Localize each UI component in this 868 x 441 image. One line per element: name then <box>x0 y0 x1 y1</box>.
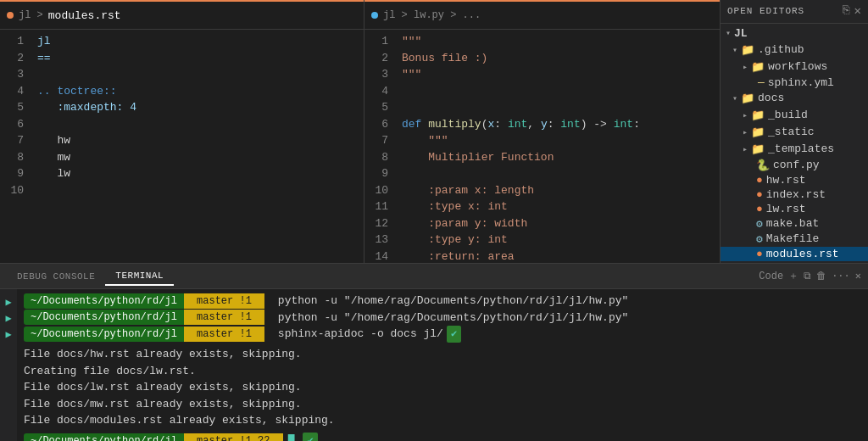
tab-dot-rst <box>7 12 14 19</box>
sidebar-item-make-bat-label: make.bat <box>766 217 819 230</box>
right-editor-tab[interactable]: jl > lw.py > ... <box>364 0 720 30</box>
term-cmd-1: python -u "/home/rag/Documents/python/rd… <box>278 293 628 310</box>
debug-arrow-3[interactable]: ▶ <box>5 328 11 341</box>
tab-terminal[interactable]: TERMINAL <box>105 267 174 286</box>
debug-side: ▶ ▶ ▶ <box>0 289 17 441</box>
folder-build-icon: 📁 <box>751 109 765 122</box>
prompt-branch-1: master !1 <box>184 293 264 309</box>
terminal-content[interactable]: ~/Documents/python/rd/jl master !1 pytho… <box>17 289 868 441</box>
sidebar-item-build[interactable]: ▸ 📁 _build <box>721 107 868 124</box>
file-make-docs-icon: ⚙ <box>756 232 763 246</box>
folder-workflows-icon: 📁 <box>751 60 765 74</box>
file-py-conf-icon: 🐍 <box>756 159 770 172</box>
chevron-templates-icon: ▸ <box>743 144 748 154</box>
editors: jl > modules.rst 12345 678910 jl == .. t… <box>0 0 720 263</box>
terminal-trash-icon[interactable]: 🗑 <box>816 270 826 282</box>
chevron-static-icon: ▸ <box>743 127 748 137</box>
sidebar-item-modules-rst[interactable]: ● modules.rst <box>721 247 868 261</box>
file-yml-icon: — <box>758 76 765 89</box>
terminal-close-icon[interactable]: ✕ <box>855 270 861 282</box>
close-all-icon[interactable]: ✕ <box>854 3 861 18</box>
sidebar-item-modules-rst-label: modules.rst <box>766 248 839 260</box>
terminal-code-label: Code <box>759 271 783 282</box>
right-line-numbers: 12345 678910 1112131415 1617 <box>364 30 395 263</box>
sidebar-item-makefile-docs[interactable]: ⚙ Makefile <box>721 232 868 247</box>
term-output-4: File docs/mw.rst already exists, skippin… <box>24 396 861 413</box>
tab-debug-console[interactable]: DEBUG CONSOLE <box>7 268 105 285</box>
term-tick-final: ✔ <box>303 433 317 442</box>
sidebar-item-sphinx-yml[interactable]: — sphinx.yml <box>721 75 868 90</box>
open-editors-actions: ⎘ ✕ <box>843 3 861 18</box>
folder-templates-icon: 📁 <box>751 142 765 156</box>
term-output-2: Creating file docs/lw.rst. <box>24 363 861 380</box>
terminal-area: DEBUG CONSOLE TERMINAL Code ＋ ⧉ 🗑 ··· ✕ … <box>0 263 868 441</box>
tab-dot-py <box>371 12 378 19</box>
sidebar-item-build-label: _build <box>768 109 808 121</box>
terminal-line-1: ~/Documents/python/rd/jl master !1 pytho… <box>24 293 861 310</box>
sidebar-item-github[interactable]: ▾ 📁 .github <box>721 42 868 59</box>
left-editor-content: 12345 678910 jl == .. toctree:: :maxdept… <box>0 30 364 263</box>
left-editor-tab[interactable]: jl > modules.rst <box>0 0 364 30</box>
debug-arrow-1[interactable]: ▶ <box>5 296 11 309</box>
sidebar-item-workflows-label: workflows <box>768 60 827 73</box>
sidebar-root-label: JL <box>734 27 748 40</box>
chevron-build-icon: ▸ <box>743 110 748 120</box>
prompt-branch-3: master !1 <box>184 327 264 342</box>
folder-github-icon: 📁 <box>741 43 754 57</box>
prompt-arrow-1 <box>264 293 278 310</box>
term-output-5: File docs/modules.rst already exists, sk… <box>24 412 861 429</box>
prompt-arrow-2 <box>264 310 278 327</box>
term-output-1: File docs/hw.rst already exists, skippin… <box>24 346 861 363</box>
terminal-line-2: ~/Documents/python/rd/jl master !1 pytho… <box>24 310 861 327</box>
left-tab-breadcrumb: jl > <box>19 9 43 21</box>
left-line-numbers: 12345 678910 <box>0 30 31 263</box>
sidebar-item-hw-rst-label: hw.rst <box>766 174 806 187</box>
term-tick-3: ✔ <box>447 326 461 343</box>
terminal-more-icon[interactable]: ··· <box>832 271 850 282</box>
left-tab-label: modules.rst <box>48 9 121 22</box>
sidebar-item-workflows[interactable]: ▸ 📁 workflows <box>721 59 868 75</box>
folder-static-icon: 📁 <box>751 126 765 139</box>
prompt-dir-2: ~/Documents/python/rd/jl <box>24 310 184 325</box>
right-editor-content: 12345 678910 1112131415 1617 """ Bonus f… <box>364 30 720 263</box>
terminal-line-3: ~/Documents/python/rd/jl master !1 sphin… <box>24 326 861 343</box>
left-code-area: jl == .. toctree:: :maxdepth: 4 hw mw lw <box>31 30 364 263</box>
file-rst-hw-icon: ● <box>756 174 763 187</box>
terminal-line-prompt: ~/Documents/python/rd/jl master !1 ?2 █✔ <box>24 433 861 442</box>
sidebar-item-templates[interactable]: ▸ 📁 _templates <box>721 141 868 158</box>
prompt-arrow-3 <box>264 326 278 343</box>
prompt-branch-2: master !1 <box>184 310 264 325</box>
debug-arrow-2[interactable]: ▶ <box>5 312 11 325</box>
terminal-split-icon[interactable]: ⧉ <box>804 271 811 282</box>
sidebar-root-jl[interactable]: ▾ JL <box>721 25 868 42</box>
chevron-icon: ▾ <box>726 28 731 38</box>
sidebar-item-docs[interactable]: ▾ 📁 docs <box>721 90 868 107</box>
term-output-3: File docs/lw.rst already exists, skippin… <box>24 379 861 396</box>
sidebar-item-makefile-docs-label: Makefile <box>766 232 819 245</box>
prompt-dir-final: ~/Documents/python/rd/jl <box>24 433 184 442</box>
right-tab-breadcrumb: jl > lw.py > ... <box>383 9 481 21</box>
sidebar-item-hw-rst[interactable]: ● hw.rst <box>721 173 868 187</box>
terminal-tab-actions: Code ＋ ⧉ 🗑 ··· ✕ <box>759 269 861 283</box>
prompt-dir-1: ~/Documents/python/rd/jl <box>24 293 184 309</box>
sidebar-item-index-rst[interactable]: ● index.rst <box>721 187 868 202</box>
right-editor-panel: jl > lw.py > ... 12345 678910 1112131415… <box>364 0 720 263</box>
prompt-branch-final: master !1 ?2 <box>184 433 283 442</box>
sidebar-item-docs-label: docs <box>758 92 784 104</box>
sidebar-item-make-bat[interactable]: ⚙ make.bat <box>721 216 868 232</box>
prompt-dir-3: ~/Documents/python/rd/jl <box>24 327 184 342</box>
terminal-add-icon[interactable]: ＋ <box>788 269 798 283</box>
sidebar-item-sphinx-yml-label: sphinx.yml <box>768 76 834 89</box>
left-editor-panel: jl > modules.rst 12345 678910 jl == .. t… <box>0 0 364 263</box>
sidebar-item-static[interactable]: ▸ 📁 _static <box>721 124 868 141</box>
sidebar-item-lw-rst[interactable]: ● lw.rst <box>721 202 868 216</box>
sidebar-tree: ▾ JL ▾ 📁 .github ▸ 📁 workflows — sphinx.… <box>721 25 868 263</box>
sidebar-item-templates-label: _templates <box>768 142 834 155</box>
terminal-body: ▶ ▶ ▶ ~/Documents/python/rd/jl master !1… <box>0 289 868 441</box>
file-rst-lw-icon: ● <box>756 203 763 215</box>
sidebar-item-github-label: .github <box>758 43 804 56</box>
right-code-area: """ Bonus file :) """ def multiply(x: in… <box>395 30 720 263</box>
sidebar-item-conf-py[interactable]: 🐍 conf.py <box>721 158 868 173</box>
save-all-icon[interactable]: ⎘ <box>843 3 849 18</box>
terminal-inner: ~/Documents/python/rd/jl master !1 pytho… <box>17 289 868 441</box>
